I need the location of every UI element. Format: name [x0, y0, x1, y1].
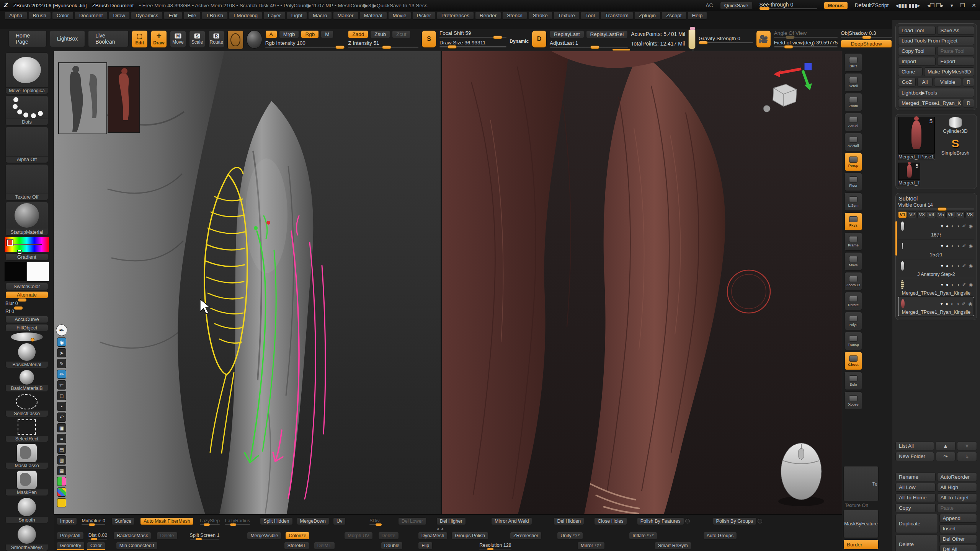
menu-render[interactable]: Render	[475, 11, 501, 20]
eraser-icon[interactable]: ◻	[57, 391, 66, 400]
uv-half-icon[interactable]: ◑	[957, 243, 959, 249]
basic-material-b-thumb[interactable]	[5, 369, 48, 385]
right-shelf-scroll[interactable]: Scroll	[844, 73, 862, 91]
fov-slider[interactable]: Field of view(deg) 39.59775	[774, 40, 838, 47]
subtool-row[interactable]: ▾●◐◑✐◉16강	[898, 220, 974, 240]
marker-icon[interactable]: ✏	[57, 370, 66, 379]
bottom-polish-by-groups-toggle-circle[interactable]	[758, 519, 762, 523]
rgb-intensity-slider[interactable]: Rgb Intensity 100	[265, 40, 345, 48]
right-shelf-bpr[interactable]: BPR	[844, 53, 862, 72]
all-to-home-button[interactable]: All To Home	[895, 493, 936, 502]
load-tools-from-project-button[interactable]: Load Tools From Project	[898, 36, 974, 45]
material-thumbnail[interactable]	[5, 202, 48, 229]
basic-material-item[interactable]: BasicMaterial	[4, 342, 49, 368]
menus-button[interactable]: Menus	[824, 2, 848, 9]
eye-icon[interactable]: ◉	[969, 263, 973, 269]
bottom-delete-button[interactable]: Delete	[378, 532, 399, 540]
bottom-unify-axis-toggles[interactable]: x y z	[573, 533, 580, 537]
menu-document[interactable]: Document	[75, 11, 108, 20]
mask-lasso-item[interactable]: MaskLasso	[4, 443, 49, 469]
bottom-sdiv-slider[interactable]: SDiv	[369, 517, 380, 526]
right-shelf-actual[interactable]: Actual	[844, 113, 862, 131]
bottom-storemt-button[interactable]: StoreMT	[284, 542, 309, 549]
scale-mode-button[interactable]: S Scale	[189, 30, 205, 48]
menu-i-brush[interactable]: I-Brush	[202, 11, 228, 20]
rf-knob[interactable]	[14, 306, 23, 310]
document-canvas[interactable]	[54, 51, 842, 515]
bottom-mirror-button[interactable]: Mirrorx y z	[577, 542, 605, 549]
gravity-strength-knob[interactable]	[699, 41, 708, 44]
alternate-button[interactable]: Alternate	[5, 291, 48, 298]
menu-zplugin[interactable]: Zplugin	[634, 11, 660, 20]
secondary-color-swatch[interactable]	[27, 262, 49, 282]
menu-picker[interactable]: Picker	[412, 11, 436, 20]
uv-half-icon[interactable]: ◑	[957, 263, 959, 269]
stroke-selector[interactable]: Dots	[4, 95, 49, 126]
right-shelf-rotate[interactable]: Rotate	[844, 292, 862, 310]
move-mode-button[interactable]: M Move	[170, 30, 186, 48]
bottom-split-screen-1-slider[interactable]: Split Screen 1	[189, 532, 220, 540]
rgb-toggle[interactable]: Rgb	[301, 30, 319, 38]
all-low-button[interactable]: All Low	[895, 483, 936, 492]
folder-caret-icon[interactable]: ▾	[941, 243, 943, 249]
zadd-toggle[interactable]: Zadd	[348, 30, 368, 38]
menu-layer[interactable]: Layer	[263, 11, 286, 20]
goz-all-button[interactable]: All	[917, 78, 933, 86]
brush-icon[interactable]: ✐	[962, 223, 966, 229]
goz-button[interactable]: GoZ	[898, 78, 916, 86]
restore-icon[interactable]: ❒	[960, 2, 965, 8]
subtool-tab-v8[interactable]: V8	[965, 211, 974, 218]
image2-icon[interactable]: ▥	[57, 455, 66, 465]
subtool-tab-v7[interactable]: V7	[956, 211, 965, 218]
printer-icon[interactable]: ≡	[57, 434, 66, 443]
bottom-dist-0-02-knob[interactable]	[91, 538, 97, 540]
blur-knob[interactable]	[18, 298, 26, 302]
bottom-dynamesh-button[interactable]: DynaMesh	[418, 532, 448, 540]
menu-macro[interactable]: Macro	[308, 11, 332, 20]
menu-color[interactable]: Color	[52, 11, 74, 20]
replay-last-rel-button[interactable]: ReplayLastRel	[586, 30, 628, 38]
lightbox-tools-button[interactable]: Lightbox▶Tools	[898, 88, 974, 97]
gradient-button[interactable]: Gradient	[5, 253, 48, 261]
deep-shadow-button[interactable]: DeepShadow	[841, 40, 892, 48]
select-rect-thumb[interactable]	[5, 418, 48, 436]
polypaint-dot-icon[interactable]: ●	[946, 301, 948, 306]
gravity-pencil-icon[interactable]	[688, 29, 696, 49]
eye-icon[interactable]: ◉	[969, 223, 973, 229]
brush-thumbnail[interactable]	[5, 52, 48, 88]
bottom-projectall-button[interactable]: ProjectAll	[57, 532, 84, 540]
draw-size-slider[interactable]: Draw Size 36.93311	[439, 40, 506, 47]
menu-stroke[interactable]: Stroke	[528, 11, 552, 20]
right-shelf-zoom3d[interactable]: Zoom3D	[844, 272, 862, 290]
make-polymesh3d-button[interactable]: Make PolyMesh3D	[924, 67, 974, 76]
brush-selector[interactable]: Move Topologica	[4, 52, 49, 94]
home-page-button[interactable]: Home Page	[8, 30, 47, 47]
all-high-button[interactable]: All High	[937, 483, 977, 492]
right-shelf-transp[interactable]: Transp	[844, 332, 862, 350]
fill-object-button[interactable]: FillObject	[5, 324, 48, 331]
folder-caret-icon[interactable]: ▾	[941, 263, 943, 269]
color-sv-square[interactable]	[11, 244, 42, 245]
bottom-surface-button[interactable]: Surface	[111, 517, 135, 525]
default-zscript-label[interactable]: DefaultZScript	[855, 2, 889, 8]
bottom-double-button[interactable]: Double	[381, 542, 403, 549]
brush-icon[interactable]: ✐	[962, 243, 966, 249]
rotate-mode-button[interactable]: R Rotate	[208, 30, 224, 48]
right-shelf-fxyz[interactable]: Fxyz	[844, 212, 862, 231]
bottom-del-hidden-button[interactable]: Del Hidden	[554, 517, 584, 525]
obj-shadow-knob[interactable]	[862, 36, 871, 39]
bottom-dist-0-02-slider[interactable]: Dist 0.02	[88, 532, 108, 540]
delete-subtool-button[interactable]: Delete	[895, 535, 938, 551]
live-boolean-button[interactable]: Live Boolean	[88, 30, 129, 47]
subtool-scrollbar[interactable]	[895, 221, 897, 256]
polypaint-dot-icon[interactable]: ●	[946, 263, 949, 269]
simplebrush-tool[interactable]: S SimpleBrush	[941, 137, 970, 156]
polypaint-dot-icon[interactable]: ●	[946, 282, 949, 287]
folder-caret-icon[interactable]: ▾	[941, 223, 943, 229]
angle-of-view-knob[interactable]	[786, 36, 795, 39]
knife-icon[interactable]: ✃	[57, 380, 66, 390]
smooth-valleys-item[interactable]: SmoothValleys	[4, 525, 49, 551]
mask-by-feature-button[interactable]: MaskByFeature	[843, 510, 879, 538]
menu-dynamics[interactable]: Dynamics	[131, 11, 163, 20]
duplicate-button[interactable]: Duplicate	[895, 514, 938, 533]
